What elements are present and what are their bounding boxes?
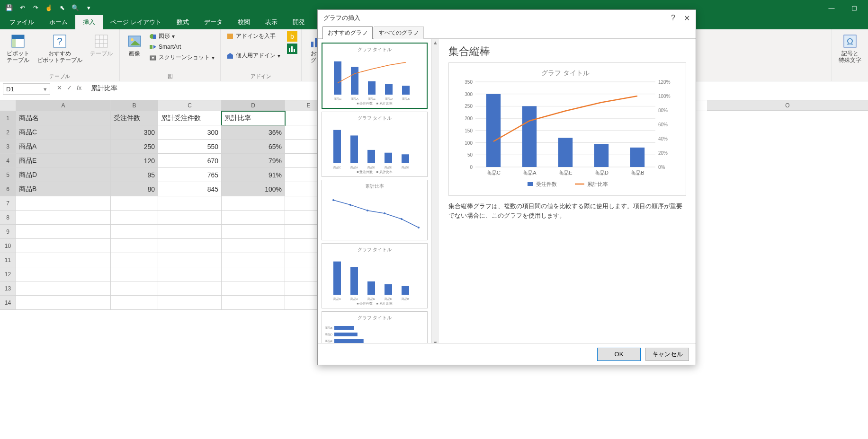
- cell-D1[interactable]: 累計比率: [222, 111, 285, 125]
- cell-D13[interactable]: [222, 281, 285, 296]
- row-header-3[interactable]: 3: [0, 140, 16, 154]
- name-box[interactable]: D1 ▾: [3, 83, 50, 95]
- bing-maps-icon[interactable]: b: [287, 31, 297, 42]
- tab-review[interactable]: 校閲: [230, 15, 258, 29]
- row-header-5[interactable]: 5: [0, 168, 16, 182]
- cell-C6[interactable]: 845: [158, 182, 222, 196]
- row-header-12[interactable]: 12: [0, 267, 16, 281]
- cell-A4[interactable]: 商品E: [16, 154, 111, 168]
- column-header-c[interactable]: C: [158, 100, 222, 111]
- cell-D5[interactable]: 91%: [222, 168, 285, 182]
- row-header-11[interactable]: 11: [0, 253, 16, 267]
- smartart-button[interactable]: SmartArt: [147, 42, 216, 52]
- cell-D6[interactable]: 100%: [222, 182, 285, 196]
- fx-icon[interactable]: fx: [77, 84, 81, 91]
- name-box-dropdown-icon[interactable]: ▾: [44, 86, 47, 93]
- column-header-b[interactable]: B: [111, 100, 158, 111]
- row-header-13[interactable]: 13: [0, 281, 16, 296]
- pivot-table-button[interactable]: ピボット テーブル: [4, 31, 32, 72]
- cell-B13[interactable]: [111, 281, 158, 296]
- cell-C13[interactable]: [158, 281, 222, 296]
- cell-C12[interactable]: [158, 267, 222, 281]
- column-header-o[interactable]: O: [707, 100, 868, 111]
- row-header-10[interactable]: 10: [0, 239, 16, 253]
- cell-B10[interactable]: [111, 239, 158, 253]
- qat-customize-icon[interactable]: ▾: [82, 1, 95, 14]
- cell-C4[interactable]: 670: [158, 154, 222, 168]
- cell-B9[interactable]: [111, 225, 158, 239]
- recommended-pivot-button[interactable]: ? おすすめ ピボットテーブル: [34, 31, 85, 72]
- select-all-corner[interactable]: [0, 100, 16, 111]
- row-header-14[interactable]: 14: [0, 296, 16, 310]
- cell-D2[interactable]: 36%: [222, 125, 285, 140]
- thumbnail-scrollbar[interactable]: ▴ ▾: [431, 39, 439, 343]
- cell-A11[interactable]: [16, 253, 111, 267]
- help-icon[interactable]: ?: [671, 14, 675, 23]
- cell-C8[interactable]: [158, 211, 222, 225]
- cell-D4[interactable]: 79%: [222, 154, 285, 168]
- cell-D10[interactable]: [222, 239, 285, 253]
- cell-C7[interactable]: [158, 196, 222, 211]
- symbol-button[interactable]: Ω 記号と 特殊文字: [836, 31, 864, 80]
- cell-A8[interactable]: [16, 211, 111, 225]
- cell-B7[interactable]: [111, 196, 158, 211]
- tab-home[interactable]: ホーム: [42, 15, 75, 29]
- cell-B6[interactable]: 80: [111, 182, 158, 196]
- cell-A9[interactable]: [16, 225, 111, 239]
- chart-thumbnail-2[interactable]: 累計比率: [322, 180, 428, 240]
- chart-thumbnail-list[interactable]: グラフ タイトル 商品C商品A商品E商品D商品B ■ 受注件数 ■ 累計比率 グ…: [318, 39, 431, 343]
- cell-A13[interactable]: [16, 281, 111, 296]
- cell-B2[interactable]: 300: [111, 125, 158, 140]
- cancel-button[interactable]: キャンセル: [645, 348, 689, 361]
- cell-B12[interactable]: [111, 267, 158, 281]
- chart-thumbnail-1[interactable]: グラフ タイトル 商品C商品A商品E商品D商品B ■ 受注件数 ■ 累計比率: [322, 112, 428, 177]
- cell-A1[interactable]: 商品名: [16, 111, 111, 125]
- pictures-button[interactable]: 画像: [124, 31, 145, 72]
- cell-D12[interactable]: [222, 267, 285, 281]
- get-addins-button[interactable]: アドインを入手: [224, 31, 282, 41]
- cell-C1[interactable]: 累計受注件数: [158, 111, 222, 125]
- cell-C2[interactable]: 300: [158, 125, 222, 140]
- cell-B8[interactable]: [111, 211, 158, 225]
- cell-D9[interactable]: [222, 225, 285, 239]
- tab-all-charts[interactable]: すべてのグラフ: [374, 26, 424, 39]
- row-header-8[interactable]: 8: [0, 211, 16, 225]
- column-header-a[interactable]: A: [16, 100, 111, 111]
- tab-developer[interactable]: 開発: [285, 15, 313, 29]
- cell-D11[interactable]: [222, 253, 285, 267]
- row-header-9[interactable]: 9: [0, 225, 16, 239]
- cell-D7[interactable]: [222, 196, 285, 211]
- minimize-icon[interactable]: —: [821, 0, 842, 15]
- column-header-d[interactable]: D: [222, 100, 285, 111]
- save-icon[interactable]: 💾: [3, 1, 15, 14]
- cell-A10[interactable]: [16, 239, 111, 253]
- tab-insert[interactable]: 挿入: [75, 15, 103, 29]
- row-header-7[interactable]: 7: [0, 196, 16, 211]
- cell-A14[interactable]: [16, 296, 111, 310]
- cell-B5[interactable]: 95: [111, 168, 158, 182]
- row-header-2[interactable]: 2: [0, 125, 16, 140]
- cell-A3[interactable]: 商品A: [16, 140, 111, 154]
- cell-B14[interactable]: [111, 296, 158, 310]
- cell-C11[interactable]: [158, 253, 222, 267]
- cell-D3[interactable]: 65%: [222, 140, 285, 154]
- tab-recommended-charts[interactable]: おすすめグラフ: [322, 26, 373, 39]
- my-addins-button[interactable]: 個人用アドイン▾: [224, 51, 282, 61]
- cell-A5[interactable]: 商品D: [16, 168, 111, 182]
- chart-thumbnail-3[interactable]: グラフ タイトル 商品C商品A商品E商品D商品B ■ 受注件数 ■ 累計比率: [322, 243, 428, 308]
- close-icon[interactable]: ✕: [684, 14, 690, 23]
- cell-A7[interactable]: [16, 196, 111, 211]
- shapes-button[interactable]: 図形▾: [147, 31, 216, 41]
- chart-thumbnail-0[interactable]: グラフ タイトル 商品C商品A商品E商品D商品B ■ 受注件数 ■ 累計比率: [322, 43, 428, 109]
- ok-button[interactable]: OK: [597, 348, 641, 361]
- cell-C3[interactable]: 550: [158, 140, 222, 154]
- cell-B1[interactable]: 受注件数: [111, 111, 158, 125]
- people-graph-icon[interactable]: [287, 44, 297, 54]
- row-header-1[interactable]: 1: [0, 111, 16, 125]
- row-header-4[interactable]: 4: [0, 154, 16, 168]
- screenshot-button[interactable]: スクリーンショット▾: [147, 53, 216, 62]
- cell-C5[interactable]: 765: [158, 168, 222, 182]
- redo-icon[interactable]: ↷: [29, 1, 42, 14]
- touch-mode-icon[interactable]: ☝: [43, 1, 55, 14]
- tab-file[interactable]: ファイル: [2, 15, 42, 29]
